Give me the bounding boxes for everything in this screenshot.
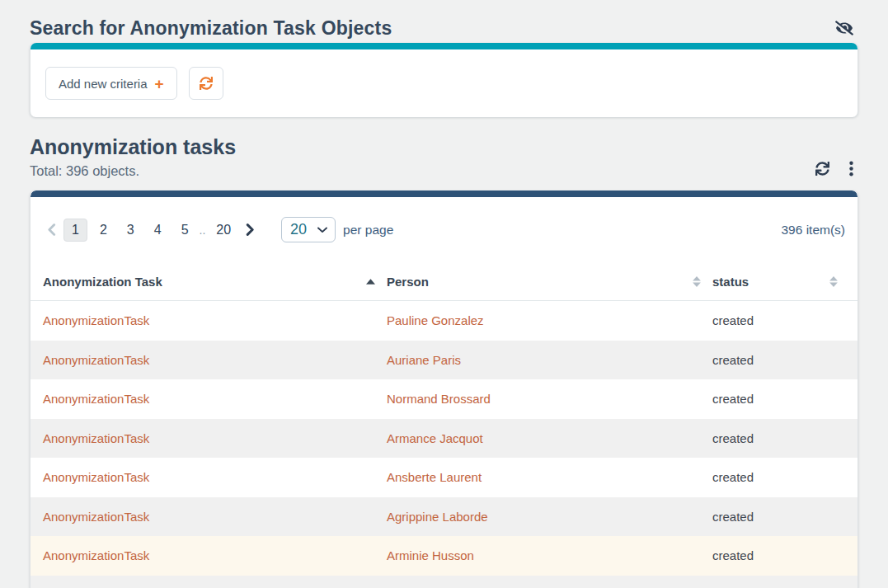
column-header-status[interactable]: status	[712, 262, 849, 300]
search-criteria-card: Add new criteria +	[30, 43, 858, 117]
pagination-page[interactable]: 3	[120, 219, 142, 241]
card-accent-bar	[31, 43, 857, 49]
sort-icon	[829, 276, 838, 287]
task-link[interactable]: AnonymizationTask	[43, 353, 387, 367]
column-label: Anonymization Task	[43, 275, 162, 289]
status-cell: created	[712, 353, 849, 367]
column-label: Person	[387, 275, 429, 289]
pagination-page[interactable]: 20	[209, 219, 238, 241]
kebab-menu-button[interactable]	[849, 161, 853, 176]
page: Search for Anonymization Task Objects Ad…	[0, 0, 888, 588]
task-link[interactable]: AnonymizationTask	[43, 510, 387, 524]
results-actions	[815, 161, 853, 179]
chevron-left-icon[interactable]	[42, 223, 61, 236]
criteria-body: Add new criteria +	[31, 49, 857, 117]
status-cell: created	[712, 470, 849, 484]
per-page-value: 20	[290, 221, 307, 238]
table-row: AnonymizationTask Auriane Paris created	[31, 341, 857, 380]
add-criteria-label: Add new criteria	[59, 77, 148, 91]
person-link[interactable]: Agrippine Laborde	[387, 510, 712, 524]
person-link[interactable]: Arminie Husson	[387, 548, 712, 562]
results-header: Anonymization tasks Total: 396 objects.	[30, 134, 858, 179]
add-criteria-button[interactable]: Add new criteria +	[45, 67, 177, 100]
sync-icon	[200, 77, 213, 90]
person-link[interactable]: Ansberte Laurent	[387, 470, 712, 484]
table-row-highlighted: AnonymizationTask Arminie Husson created	[31, 536, 857, 576]
pagination: 1 2 3 4 5 .. 20 20 per page 396 item(s)	[31, 197, 857, 262]
person-link[interactable]: Auriane Paris	[387, 353, 712, 367]
task-link[interactable]: AnonymizationTask	[43, 392, 387, 406]
task-link[interactable]: AnonymizationTask	[43, 431, 387, 445]
pagination-page[interactable]: 2	[92, 219, 115, 241]
per-page-select[interactable]: 20	[281, 217, 336, 242]
status-cell: created	[712, 510, 849, 524]
results-total: Total: 396 objects.	[30, 162, 236, 179]
sort-asc-icon	[366, 279, 375, 285]
items-count: 396 item(s)	[781, 223, 845, 238]
pagination-page[interactable]: 5	[174, 219, 196, 241]
page-title: Search for Anonymization Task Objects	[30, 17, 392, 40]
reset-criteria-button[interactable]	[189, 67, 223, 100]
card-accent-bar	[31, 191, 857, 197]
column-label: status	[712, 275, 749, 289]
refresh-results-button[interactable]	[815, 162, 829, 176]
results-heading-block: Anonymization tasks Total: 396 objects.	[30, 134, 236, 179]
person-link[interactable]: Armance Jacquot	[387, 431, 712, 445]
status-cell: created	[712, 548, 849, 562]
sort-icon	[693, 276, 701, 287]
task-link[interactable]: AnonymizationTask	[43, 548, 387, 562]
task-link[interactable]: AnonymizationTask	[43, 313, 387, 327]
pagination-ellipsis: ..	[200, 223, 206, 237]
pagination-page[interactable]: 4	[147, 219, 169, 241]
table-header-row: Anonymization Task Person status	[31, 262, 857, 301]
results-heading: Anonymization tasks	[30, 134, 236, 159]
status-cell: created	[712, 313, 849, 327]
search-panel-header: Search for Anonymization Task Objects	[30, 0, 858, 43]
table-row: AnonymizationTask Agrippine Laborde crea…	[31, 497, 857, 537]
column-header-person[interactable]: Person	[387, 262, 712, 300]
status-cell: created	[712, 392, 849, 406]
column-header-anonymization-task[interactable]: Anonymization Task	[43, 262, 387, 300]
per-page-label: per page	[343, 223, 393, 238]
plus-icon: +	[155, 76, 164, 92]
table-row-partial	[31, 576, 857, 588]
table-row: AnonymizationTask Armance Jacquot create…	[31, 419, 857, 459]
pagination-page-active[interactable]: 1	[63, 219, 87, 242]
status-cell: created	[712, 431, 849, 445]
table-row: AnonymizationTask Pauline Gonzalez creat…	[31, 301, 857, 341]
person-link[interactable]: Normand Brossard	[387, 392, 712, 406]
table-row: AnonymizationTask Normand Brossard creat…	[31, 379, 857, 419]
table-row: AnonymizationTask Ansberte Laurent creat…	[31, 458, 857, 497]
task-link[interactable]: AnonymizationTask	[43, 470, 387, 484]
chevron-right-icon[interactable]	[241, 223, 260, 236]
results-table-card: 1 2 3 4 5 .. 20 20 per page 396 item(s) …	[30, 191, 858, 588]
person-link[interactable]: Pauline Gonzalez	[387, 313, 712, 327]
chevron-down-icon	[317, 227, 327, 233]
eye-slash-icon[interactable]	[835, 21, 853, 35]
